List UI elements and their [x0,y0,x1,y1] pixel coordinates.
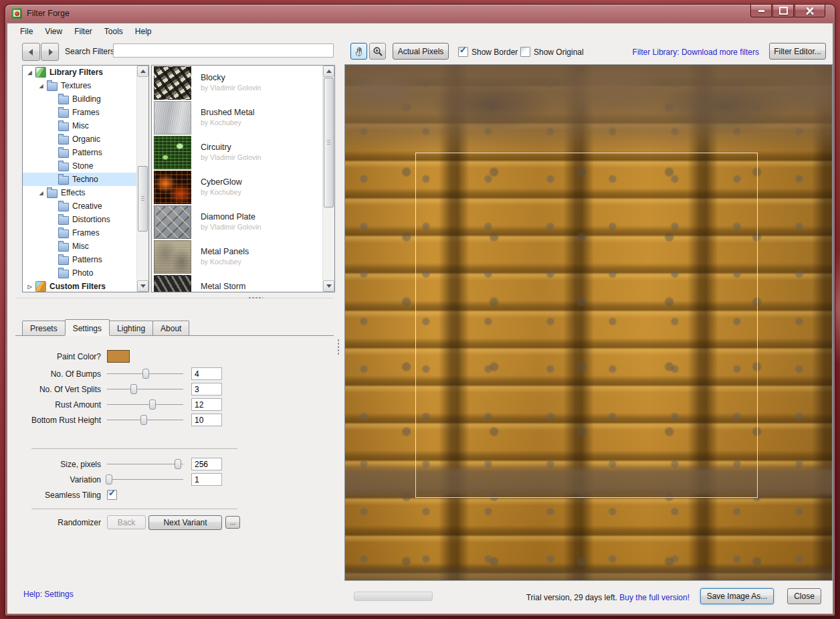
tree-item[interactable]: Building [23,92,137,106]
horizontal-splitter[interactable] [15,295,334,302]
list-scrollbar[interactable] [322,66,334,292]
menu-item[interactable]: Tools [98,25,129,38]
param-slider[interactable] [107,368,183,379]
tree-item[interactable]: Frames [23,226,137,240]
menu-item[interactable]: Help [129,25,158,38]
help-settings-link[interactable]: Help: Settings [23,590,74,599]
scrollbar-thumb[interactable] [324,78,334,207]
param-value-input[interactable] [191,414,222,426]
size-rows: Size, pixels Variation [15,456,334,487]
filter-list-item[interactable]: CyberGlow by Kochubey [152,170,323,205]
tab[interactable]: Settings [65,319,110,335]
filter-author: by Kochubey [201,258,249,266]
search-input[interactable] [113,43,334,58]
tree-item[interactable]: Organic [23,132,137,146]
filter-thumbnail [154,66,191,100]
paint-color-swatch[interactable] [107,350,130,363]
filter-list-item[interactable]: Brushed Metal by Kochubey [152,100,323,135]
menu-item[interactable]: Filter [68,25,98,38]
parameter-row: Size, pixels [15,456,334,472]
show-border-checkbox[interactable]: ✓ [458,47,468,57]
tab[interactable]: Presets [22,321,66,335]
tree-item-label: Stone [72,161,93,171]
param-slider[interactable] [107,383,183,395]
settings-panel: Paint Color? No. Of Bumps No. Of Vert Sp… [15,336,334,583]
slider-thumb[interactable] [175,459,181,469]
minimize-button[interactable] [750,5,772,17]
scroll-down-button[interactable] [137,280,148,292]
tree-item[interactable]: Misc [23,240,137,253]
close-button[interactable] [795,5,825,17]
expand-arrow-icon[interactable]: ▷ [25,284,34,290]
tree-item[interactable]: Creative [23,199,137,213]
scrollbar-thumb[interactable] [138,166,148,232]
param-value-input[interactable] [191,458,222,470]
filter-author: by Vladimir Golovin [201,153,261,161]
tree-item[interactable]: ◢ Effects [23,186,137,199]
tree-item[interactable]: ◢ Textures [23,79,137,92]
nav-back-button[interactable] [22,43,40,61]
tree-item[interactable]: Photo [23,266,137,280]
param-value-input[interactable] [191,367,222,380]
filter-list-item[interactable]: Circuitry by Vladimir Golovin [152,135,323,170]
save-image-as-button[interactable]: Save Image As... [700,588,774,604]
zoom-tool-button[interactable] [369,43,386,60]
slider-thumb[interactable] [149,400,156,410]
filter-list-item[interactable]: Metal Panels by Kochubey [152,240,323,274]
tab[interactable]: Lighting [109,321,153,335]
texture-preview-canvas[interactable] [344,64,833,581]
tree-item[interactable]: Techno [23,173,137,186]
randomizer-more-button[interactable]: ... [225,516,240,529]
param-slider[interactable] [107,414,183,426]
actual-pixels-button[interactable]: Actual Pixels [393,43,449,60]
search-filters-label: Search Filters: [65,47,116,56]
slider-thumb[interactable] [142,369,149,379]
menu-item[interactable]: View [39,25,68,38]
tree-scrollbar[interactable] [136,66,148,292]
filter-editor-button[interactable]: Filter Editor... [769,43,826,60]
vertical-splitter[interactable] [334,41,343,610]
scroll-up-button[interactable] [137,66,148,77]
seamless-tiling-checkbox[interactable]: ✓ [107,490,117,500]
buy-full-version-link[interactable]: Buy the full version! [619,593,690,602]
filter-list-item[interactable]: Diamond Plate by Vladimir Golovin [152,205,323,240]
close-preview-button[interactable]: Close [787,588,821,604]
param-slider[interactable] [107,474,183,485]
randomizer-next-variant-button[interactable]: Next Variant [148,515,222,530]
scroll-down-button[interactable] [323,280,334,292]
filter-library-link[interactable]: Filter Library: Download more filters [633,48,759,57]
tree-item[interactable]: Patterns [23,146,137,159]
titlebar[interactable]: Filter Forge [5,5,835,22]
randomizer-back-button[interactable]: Back [107,515,146,529]
tree-item[interactable]: Stone [23,159,137,173]
tab-label: Settings [73,324,102,333]
tree-item[interactable]: ▷ Custom Filters [23,280,137,292]
tree-item[interactable]: Distortions [23,213,137,226]
tree-item[interactable]: ◢ Library Filters [23,66,137,79]
show-original-checkbox[interactable]: ✓ [520,47,530,57]
param-slider[interactable] [107,399,183,410]
hand-tool-button[interactable] [350,43,367,60]
filter-list-item[interactable]: Metal Storm [152,274,323,292]
nav-forward-button[interactable] [41,43,59,61]
param-slider[interactable] [107,458,183,470]
param-value-input[interactable] [191,398,222,411]
expand-arrow-icon[interactable]: ◢ [37,190,45,196]
tree-item[interactable]: Misc [23,119,137,132]
param-value-input[interactable] [191,383,222,395]
tab[interactable]: About [152,321,189,335]
tree-item-icon [58,243,69,252]
slider-thumb[interactable] [130,384,137,394]
scroll-up-button[interactable] [323,66,334,77]
tile-border-overlay [415,153,758,498]
param-value-input[interactable] [191,473,222,486]
expand-arrow-icon[interactable]: ◢ [37,83,45,89]
tree-item[interactable]: Frames [23,106,137,119]
maximize-button[interactable] [772,5,794,17]
tree-item[interactable]: Patterns [23,253,137,266]
menu-item[interactable]: File [14,25,39,38]
slider-thumb[interactable] [140,415,147,425]
expand-arrow-icon[interactable]: ◢ [25,70,34,76]
filter-list-item[interactable]: Blocky by Vladimir Golovin [152,66,323,100]
slider-thumb[interactable] [106,474,112,484]
